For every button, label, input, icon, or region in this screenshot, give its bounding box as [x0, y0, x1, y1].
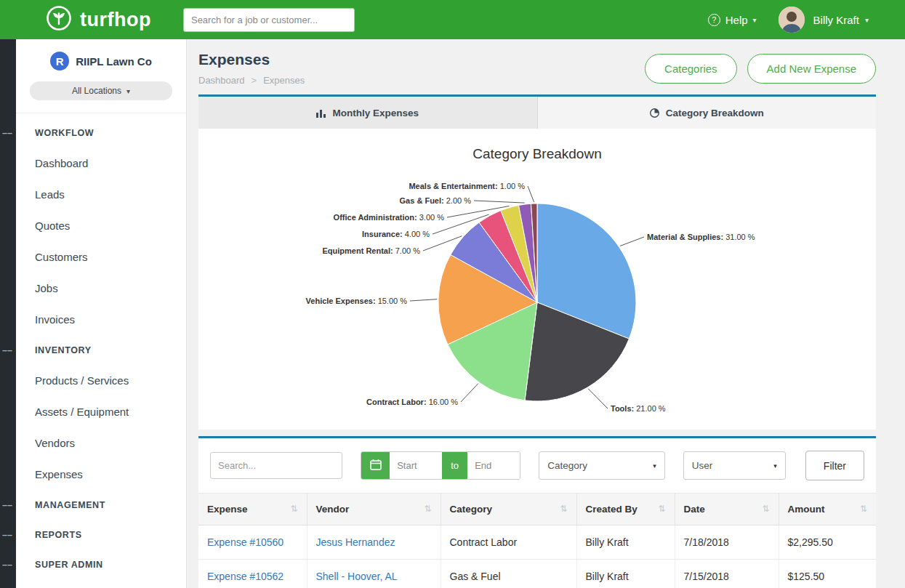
nav-section-management[interactable]: MANAGEMENT — [16, 490, 186, 520]
user-avatar[interactable] — [779, 7, 805, 33]
company-block: R RIIPL Lawn Co All Locations ▾ — [16, 39, 186, 113]
pie-label-connector — [528, 186, 534, 202]
pie-label: Insurance: 4.00 % — [362, 230, 430, 238]
category-cell: Contract Labor — [441, 525, 576, 560]
pie-label-connector — [620, 237, 644, 246]
chart-title: Category Breakdown — [198, 146, 876, 162]
top-bar: turfhop ? Help ▾ Billy Kraft ▾ — [0, 0, 905, 39]
chevron-down-icon: ▾ — [865, 16, 869, 24]
chevron-down-icon: ▾ — [753, 16, 757, 24]
breadcrumb: Dashboard > Expenses — [198, 75, 305, 86]
nav-section-super-admin[interactable]: SUPER ADMIN — [16, 549, 186, 579]
category-cell: Gas & Fuel — [441, 560, 576, 588]
location-selector[interactable]: All Locations ▾ — [30, 81, 172, 100]
expense-link[interactable]: Expense #10560 — [198, 525, 307, 560]
page-title: Expenses — [198, 51, 305, 68]
sidebar: R RIIPL Lawn Co All Locations ▾ WORKFLOW… — [0, 39, 187, 588]
column-header-created-by[interactable]: Created By⇅ — [576, 494, 675, 525]
help-menu[interactable]: ? Help ▾ — [708, 14, 757, 26]
sidebar-item-vendors[interactable]: Vendors — [16, 427, 186, 459]
sidebar-item-jobs[interactable]: Jobs — [16, 273, 186, 304]
created-by-cell: Billy Kraft — [576, 525, 675, 560]
question-icon: ? — [708, 14, 720, 26]
sort-icon[interactable]: ⇅ — [860, 504, 867, 514]
amount-cell: $125.50 — [779, 560, 876, 588]
column-header-date[interactable]: Date⇅ — [675, 494, 779, 525]
date-range-group: to — [361, 451, 520, 480]
pie-label: Contract Labor: 16.00 % — [366, 398, 458, 406]
table-search-input[interactable] — [210, 452, 342, 479]
sidebar-item-quotes[interactable]: Quotes — [16, 210, 186, 241]
category-select-value: Category — [547, 460, 587, 471]
column-header-expense[interactable]: Expense⇅ — [198, 494, 307, 525]
location-selector-label: All Locations — [72, 86, 121, 96]
breadcrumb-separator: > — [252, 75, 257, 86]
category-breakdown-pie-chart: Material & Supplies: 31.00 %Tools: 21.00… — [198, 166, 876, 421]
global-search-input[interactable] — [183, 8, 355, 32]
table-row: Expense #10562 Shell - Hoover, AL Gas & … — [198, 560, 876, 588]
sidebar-item-leads[interactable]: Leads — [16, 179, 186, 210]
help-label: Help — [725, 14, 748, 26]
sidebar-item-expenses[interactable]: Expenses — [16, 459, 186, 490]
sort-icon[interactable]: ⇅ — [762, 504, 769, 514]
categories-button[interactable]: Categories — [645, 54, 737, 84]
sort-icon[interactable]: ⇅ — [658, 504, 665, 514]
pie-label: Vehicle Expenses: 15.00 % — [306, 297, 408, 305]
breadcrumb-dashboard[interactable]: Dashboard — [198, 75, 245, 86]
tab-monthly-expenses-label: Monthly Expenses — [332, 108, 419, 118]
sidebar-item-products-services[interactable]: Products / Services — [16, 365, 186, 396]
pie-label-connector — [410, 299, 437, 301]
date-cell: 7/18/2018 — [675, 525, 779, 560]
table-header-row: Expense⇅ Vendor⇅ Category⇅ Created By⇅ D… — [198, 494, 876, 525]
sort-icon[interactable]: ⇅ — [424, 504, 431, 514]
main-content: Expenses Dashboard > Expenses Categories… — [187, 39, 905, 588]
chevron-down-icon: ▾ — [126, 87, 130, 95]
calendar-button[interactable] — [361, 452, 390, 479]
date-end-input[interactable] — [467, 452, 520, 479]
chart-tabs: Monthly Expenses Category Breakdown — [198, 94, 876, 129]
column-header-vendor[interactable]: Vendor⇅ — [307, 494, 441, 525]
company-name: RIIPL Lawn Co — [76, 55, 152, 68]
pie-label: Equipment Rental: 7.00 % — [323, 246, 421, 255]
category-breakdown-panel: Category Breakdown Material & Supplies: … — [198, 129, 876, 430]
sidebar-item-dashboard[interactable]: Dashboard — [16, 148, 186, 179]
expense-link[interactable]: Expense #10562 — [198, 560, 307, 588]
pie-label-connector — [588, 389, 608, 408]
category-select[interactable]: Category ▾ — [539, 451, 665, 480]
date-start-input[interactable] — [390, 452, 442, 479]
pie-label: Tools: 21.00 % — [611, 404, 666, 413]
column-header-amount[interactable]: Amount⇅ — [779, 494, 876, 525]
table-row: Expense #10560 Jesus Hernandez Contract … — [198, 525, 876, 560]
created-by-cell: Billy Kraft — [576, 560, 675, 588]
pie-label: Material & Supplies: 31.00 % — [647, 233, 755, 241]
breadcrumb-expenses: Expenses — [263, 75, 305, 86]
vendor-link[interactable]: Jesus Hernandez — [307, 525, 441, 560]
company-logo: R — [50, 52, 69, 71]
top-right-cluster: ? Help ▾ Billy Kraft ▾ — [708, 7, 869, 33]
column-header-category[interactable]: Category⇅ — [441, 494, 576, 525]
nav-section-reports[interactable]: REPORTS — [16, 520, 186, 549]
sidebar-item-customers[interactable]: Customers — [16, 241, 186, 273]
user-menu[interactable]: Billy Kraft ▾ — [813, 14, 869, 26]
select-arrow-icon: ▾ — [653, 462, 656, 470]
user-select[interactable]: User ▾ — [683, 451, 786, 480]
sort-icon[interactable]: ⇅ — [290, 504, 297, 514]
sort-icon[interactable]: ⇅ — [560, 504, 567, 514]
nav-section-workflow: WORKFLOW — [16, 118, 186, 148]
brand-name: turfhop — [80, 9, 151, 31]
tab-monthly-expenses[interactable]: Monthly Expenses — [198, 97, 538, 129]
pie-label-connector — [461, 384, 478, 402]
pie-chart-icon — [650, 108, 659, 118]
vendor-link[interactable]: Shell - Hoover, AL — [307, 560, 441, 588]
expenses-table: Expense⇅ Vendor⇅ Category⇅ Created By⇅ D… — [198, 493, 876, 588]
filter-button[interactable]: Filter — [805, 451, 864, 480]
nav-section-inventory: INVENTORY — [16, 335, 186, 365]
brand-logo[interactable]: turfhop — [45, 4, 151, 35]
add-new-expense-button[interactable]: Add New Expense — [747, 54, 876, 84]
sidebar-item-assets-equipment[interactable]: Assets / Equipment — [16, 396, 186, 427]
tab-category-breakdown[interactable]: Category Breakdown — [538, 97, 877, 129]
sidebar-item-invoices[interactable]: Invoices — [16, 304, 186, 335]
date-to-label: to — [442, 452, 467, 479]
turfhop-sprout-icon — [45, 4, 73, 35]
pie-label: Meals & Entertainment: 1.00 % — [409, 182, 525, 190]
